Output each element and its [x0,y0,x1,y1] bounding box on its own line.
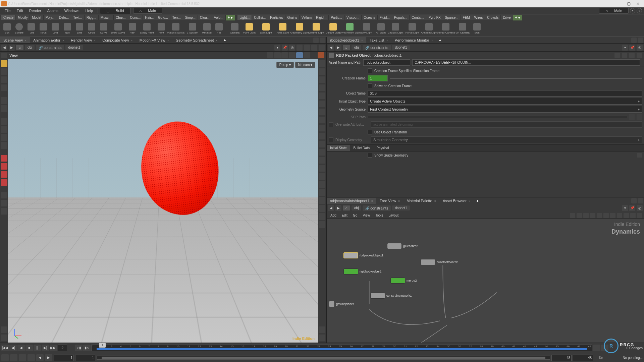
tool-spraypaint[interactable]: Spray Paint [139,21,155,36]
subtab-initial-state[interactable]: Initial State [327,145,350,151]
menu-render[interactable]: Render [26,8,44,13]
node-bulletsoftconrel[interactable]: bulletsoftconrel1 [421,259,459,265]
nav-back[interactable]: ◀ [328,205,334,211]
shelf-tab[interactable]: Text... [71,15,85,20]
pin-icon[interactable]: 📌 [629,45,635,51]
display-icon[interactable] [319,157,325,164]
global-end-field[interactable]: 48 [573,355,593,361]
shelf-tab[interactable]: Popula... [392,15,410,20]
snap-icon[interactable] [1,155,7,162]
tool-icon[interactable] [1,126,7,133]
tool-icon[interactable] [1,200,7,206]
menu-edit[interactable]: Edit [14,8,26,13]
view-tool-icon[interactable] [281,52,288,58]
net-tool-icon[interactable] [624,213,629,218]
tool-metaball[interactable]: Metaball [201,21,213,36]
net-menu-view[interactable]: View [360,213,372,218]
main-selector-right[interactable]: ⌂ Main [599,8,629,14]
checkbox[interactable] [368,130,372,134]
tool-icon[interactable] [1,335,7,341]
shelf-tab[interactable]: Viscou... [344,15,362,20]
tool-icon[interactable] [1,84,7,91]
crumb-obj[interactable]: obj [352,205,361,210]
info-icon[interactable] [319,326,325,333]
nav-btn[interactable] [297,45,303,51]
tab-motionfx-view[interactable]: Motion FX View× [136,37,172,43]
shelf-tab[interactable]: Char... [114,15,128,20]
display-icon[interactable] [319,189,325,196]
range-start-field[interactable]: 1 [75,355,95,361]
display-icon[interactable] [319,181,325,188]
camera-selector[interactable]: No cam ▾ [295,62,315,68]
tab-scene-view[interactable]: Scene View× [0,37,30,43]
nav-btn[interactable] [319,45,325,51]
display-icon[interactable] [319,84,325,91]
net-tool-icon[interactable] [577,213,582,218]
subtab-bullet-data[interactable]: Bullet Data [350,145,373,151]
view-tool-icon[interactable] [296,52,303,58]
crumb-dopnet[interactable]: dopnet1 [392,205,410,210]
shelf-tab[interactable]: Fluid... [378,15,392,20]
tool-file[interactable]: File [213,21,225,36]
checkbox[interactable] [368,83,372,88]
shelf-tab[interactable]: Simp... [183,15,198,20]
view-select-icon[interactable] [267,52,273,58]
shelf-tab[interactable]: Wires [472,15,485,20]
shelf-tab[interactable]: Poly... [44,15,57,20]
shelf-tab[interactable]: Collisi... [252,15,268,20]
first-frame-button[interactable]: |◀◀ [1,345,9,351]
snap-icon[interactable] [1,163,7,170]
nav-fwd[interactable]: ▶ [9,45,15,51]
shelf-tab[interactable]: Light... [237,15,252,20]
display-icon[interactable] [319,205,325,212]
add-tab[interactable]: + [436,37,444,43]
view-tool-icon[interactable] [289,52,296,58]
display-icon[interactable] [319,101,325,107]
display-icon[interactable] [319,213,325,220]
shelf-tab[interactable]: Vellum [300,15,314,20]
tab-perfmon[interactable]: Performance Monitor× [391,37,436,43]
help-button[interactable]: ? [637,8,642,13]
key-prev-button[interactable]: ◁▮ [75,345,83,351]
display-icon[interactable] [319,141,325,147]
tool-causticlight[interactable]: Caustic Light [387,21,404,36]
pane-ctrl[interactable] [631,198,637,203]
net-tool-icon[interactable] [570,213,575,218]
crumb-dopnet[interactable]: dopnet1 [392,45,410,50]
path-dropdown[interactable]: ▾ [274,45,280,51]
crumb-obj[interactable]: obj [352,45,361,50]
asset-path-field[interactable]: C:/PROGRA~1/SIDEEF~1/HOUDIN... [412,59,640,66]
last-frame-button[interactable]: ▶▶| [50,345,57,351]
tool-curve[interactable]: Curve [98,21,109,36]
expand-icon[interactable] [637,153,642,158]
close-button[interactable]: ✕ [633,1,643,6]
tool-skylight[interactable]: Sky Light [359,21,375,36]
node-rbdpackedobject[interactable]: rbdpackedobject1 [343,252,383,258]
display-icon[interactable] [319,117,325,123]
tool-drawcurve[interactable]: Draw Curve [110,21,126,36]
nav-fwd[interactable]: ▶ [335,45,341,51]
tool-icon[interactable] [1,192,7,198]
add-tab[interactable]: + [474,198,481,204]
tool-vollight[interactable]: Volume Light [308,21,324,36]
tool-path[interactable]: Path [127,21,138,36]
key-next-button[interactable]: ▮▷ [83,345,91,351]
shelf-tab[interactable]: Defo... [57,15,71,20]
shelf-tab[interactable]: Rigid... [314,15,329,20]
node-glueconrel[interactable]: glueconrel1 [387,243,419,249]
display-icon[interactable] [319,173,325,180]
nav-back[interactable]: ◀ [328,45,334,51]
net-tool-icon[interactable] [597,213,602,218]
node-constraintnetwork[interactable]: constraintnetwork1 [370,293,412,299]
shelf-tab[interactable]: Grains [285,15,300,20]
snap-icon[interactable] [1,171,7,178]
pin-icon[interactable]: 📌 [629,205,635,211]
tool-icon[interactable] [1,208,7,215]
main-selector[interactable]: ⌂ Main [133,8,163,14]
timeline-playhead[interactable]: 2 [99,343,106,348]
shelf-tab[interactable]: Drive [501,15,513,20]
tab-treeview[interactable]: Tree View× [376,198,403,204]
shelf-tab[interactable]: Guid... [156,15,170,20]
browse-icon[interactable] [629,114,635,120]
node-name-field[interactable]: rbdpackedobject1 [373,53,612,57]
